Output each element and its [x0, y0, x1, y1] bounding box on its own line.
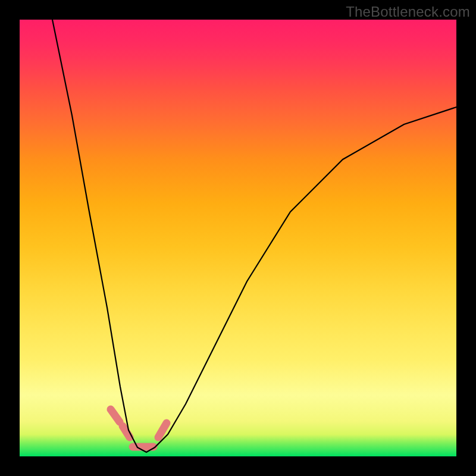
chart-frame: TheBottleneck.com — [0, 0, 476, 476]
highlight-seg-1 — [111, 409, 120, 422]
bottleneck-curve — [20, 20, 456, 456]
plot-area — [20, 20, 456, 456]
curve-path — [52, 20, 456, 452]
highlight-seg-4 — [158, 423, 167, 437]
highlight-segments — [111, 409, 167, 447]
watermark-text: TheBottleneck.com — [346, 4, 470, 20]
